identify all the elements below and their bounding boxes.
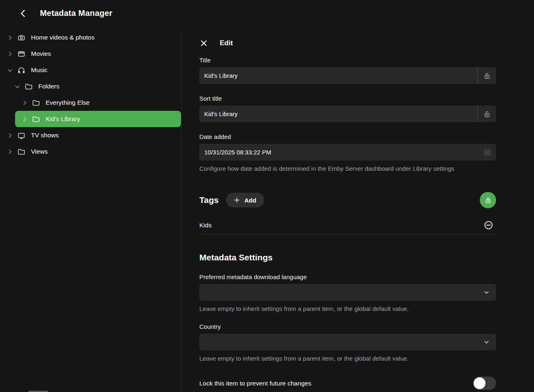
top-header: Metadata Manager [0,0,534,26]
language-helper-text: Leave empty to inherit settings from a p… [199,305,496,312]
chevron-left-icon [19,9,28,18]
sidebar-item-movies[interactable]: Movies [0,46,181,62]
folder-icon [32,99,40,107]
tags-heading: Tags [199,195,218,205]
calendar-icon[interactable] [478,148,496,156]
edit-panel-title: Edit [220,39,233,47]
language-field-label: Preferred metadata download language [199,273,496,280]
sidebar-item-label: Kid's Library [46,115,80,123]
tags-section-header: Tags Add [199,192,496,208]
camera-icon [18,34,25,42]
sidebar-item-label: Everything Else [46,99,90,106]
country-field-group: Country Leave empty to inherit settings … [199,323,496,362]
lock-icon [485,197,492,204]
sort-title-lock-button[interactable] [477,106,496,122]
title-input-shell [199,67,496,84]
sidebar-item-label: Views [31,148,48,155]
date-added-helper-text: Configure how date added is determined i… [199,165,496,172]
chevron-right-icon[interactable] [7,132,13,139]
date-added-input[interactable] [199,144,478,161]
chevron-down-icon[interactable] [14,83,20,90]
lock-item-label: Lock this item to prevent future changes [199,380,311,387]
folder-icon [32,115,40,123]
sort-title-field-group: Sort title [199,95,496,122]
sidebar-item-label: Movies [31,50,51,57]
sidebar-item-kids-library[interactable]: Kid's Library [15,111,181,127]
page-title: Metadata Manager [40,9,113,18]
library-tree-sidebar: Home videos & photos Movies Music Folder… [0,29,182,392]
lock-item-row: Lock this item to prevent future changes [199,377,496,390]
date-added-field-label: Date added [199,133,496,140]
edit-header: Edit [199,39,496,48]
lock-item-toggle[interactable] [473,377,496,390]
date-added-input-shell [199,144,496,161]
sort-title-input-shell [199,106,496,122]
close-button[interactable] [199,39,208,48]
chevron-right-icon[interactable] [7,51,13,57]
folder-icon [25,83,33,90]
tv-icon [18,132,25,139]
chevron-down-icon [483,339,490,346]
headphones-icon [18,66,25,74]
language-field-group: Preferred metadata download language Lea… [199,273,496,312]
toggle-knob [474,377,485,389]
sort-title-field-label: Sort title [199,95,496,102]
folder-icon [18,148,25,156]
chevron-down-icon [483,289,490,296]
chevron-right-icon[interactable] [21,116,28,122]
sidebar-item-folders[interactable]: Folders [0,78,181,95]
sidebar-item-everything-else[interactable]: Everything Else [0,95,181,111]
add-tag-button[interactable]: Add [226,193,264,207]
language-select[interactable] [199,284,496,301]
sidebar-item-music[interactable]: Music [0,62,181,78]
title-field-group: Title [199,57,496,84]
tag-row: Kids [199,217,496,235]
chevron-right-icon[interactable] [7,148,13,155]
add-tag-button-label: Add [244,197,256,204]
editor-panel: Edit Title Sort title Date add [182,29,534,392]
plus-icon [234,197,240,203]
remove-tag-button[interactable] [484,220,493,230]
back-button[interactable] [18,8,29,19]
unlock-icon [483,72,491,79]
sidebar-item-tv-shows[interactable]: TV shows [0,127,181,143]
minus-circle-icon [484,220,493,230]
tags-lock-button[interactable] [480,192,496,208]
country-select[interactable] [199,334,496,350]
title-field-label: Title [199,57,496,64]
country-field-label: Country [199,323,496,330]
sidebar-item-home-videos-photos[interactable]: Home videos & photos [0,29,181,46]
sidebar-item-label: TV shows [31,132,59,139]
date-added-field-group: Date added Configure how date added is d… [199,133,496,172]
sort-title-input[interactable] [199,106,477,122]
title-lock-button[interactable] [477,67,496,84]
metadata-settings-heading: Metadata Settings [199,253,496,262]
sidebar-item-label: Music [31,66,47,74]
clapperboard-icon [18,50,25,58]
chevron-down-icon[interactable] [7,67,13,73]
sidebar-item-label: Folders [38,83,60,90]
close-icon [200,39,208,47]
tag-name: Kids [199,222,212,229]
title-input[interactable] [199,67,477,84]
country-helper-text: Leave empty to inherit settings from a p… [199,355,496,362]
sidebar-item-label: Home videos & photos [31,34,95,41]
unlock-icon [483,110,491,118]
sidebar-item-views[interactable]: Views [0,143,181,160]
chevron-right-icon[interactable] [7,34,13,41]
chevron-right-icon[interactable] [21,99,28,106]
